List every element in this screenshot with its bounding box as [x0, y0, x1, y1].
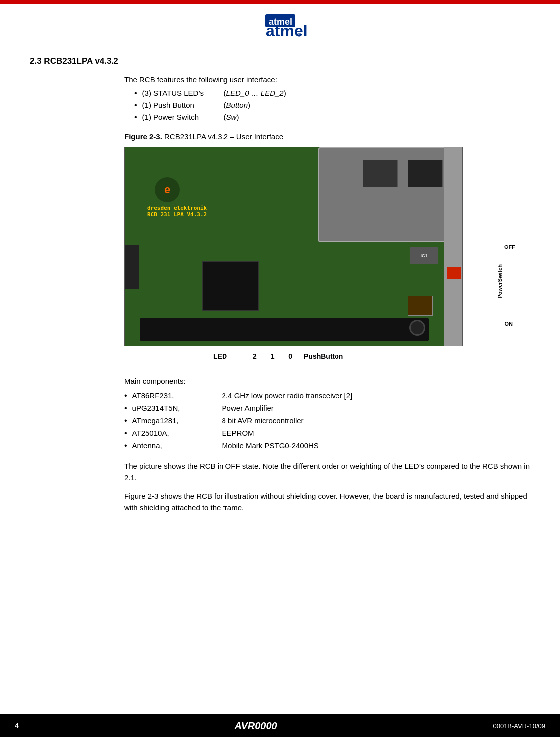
led-numbers: 2 1 0	[253, 352, 298, 360]
comp-desc-1: Power Amplifier	[222, 404, 274, 412]
components-list: AT86RF231, 2.4 GHz low power radio trans…	[124, 391, 530, 450]
pcb-switch-slider	[447, 267, 461, 279]
pcb-main-chip	[202, 261, 259, 311]
components-heading: Main components:	[124, 377, 530, 385]
power-switch-container: PowerSwitch	[495, 242, 505, 321]
on-label: ON	[505, 321, 513, 327]
footer-doc: 0001B-AVR-10/09	[493, 722, 545, 730]
footer-logo: AVR0000	[235, 720, 277, 732]
comp-desc-0: 2.4 GHz low power radio transceiver [2]	[222, 391, 353, 400]
footer: 4 AVR0000 0001B-AVR-10/09	[0, 714, 560, 737]
atmel-logo-svg: .logo-text { font-family: Arial, sans-se…	[248, 14, 313, 40]
figure-caption: Figure 2-3. RCB231LPA v4.3.2 – User Inte…	[124, 132, 530, 141]
pcb-ic1	[408, 160, 443, 187]
component-item-1: uPG2314T5N, Power Amplifier	[124, 404, 530, 413]
footer-page: 4	[15, 722, 19, 730]
component-item-0: AT86RF231, 2.4 GHz low power radio trans…	[124, 391, 530, 400]
power-switch-label: PowerSwitch	[497, 264, 503, 298]
atmel-logo: .logo-text { font-family: Arial, sans-se…	[248, 9, 313, 42]
feature-item-switch: (1) Power Switch (Sw)	[134, 113, 530, 122]
main-content: 2.3 RCB231LPA v4.3.2 The RCB features th…	[0, 47, 560, 550]
feature-item-led: (3) STATUS LED’s (LED_0 … LED_2)	[134, 89, 530, 98]
pcb-header	[140, 318, 429, 341]
comp-name-0: AT86RF231,	[132, 391, 222, 400]
intro-text: The RCB features the following user inte…	[124, 75, 530, 84]
comp-desc-2: 8 bit AVR microcontroller	[222, 416, 304, 425]
figure-caption-text: RCB231LPA v4.3.2 – User Interface	[162, 132, 283, 141]
pcb-on-label-container: ON	[505, 319, 513, 327]
pcb-text: dresden elektronikRCB 231 LPA V4.3.2	[147, 205, 207, 218]
comp-name-1: uPG2314T5N,	[132, 404, 222, 412]
figure-bottom-labels: LED 2 1 0 PushButton	[124, 349, 463, 363]
pcb-image: e dresden elektronikRCB 231 LPA V4.3.2	[124, 147, 463, 346]
pcb-right-strip	[444, 147, 462, 346]
figure-container: e dresden elektronikRCB 231 LPA V4.3.2	[124, 147, 488, 363]
header: .logo-text { font-family: Arial, sans-se…	[0, 0, 560, 47]
feature-label-button: (1) Push Button	[142, 101, 222, 109]
feature-label-led: (3) STATUS LED’s	[142, 89, 222, 97]
feature-label-switch: (1) Power Switch	[142, 113, 222, 121]
svg-text:®: ®	[297, 32, 301, 38]
pcb-ic2	[363, 160, 398, 187]
comp-desc-4: Mobile Mark PSTG0-2400HS	[222, 441, 319, 450]
component-item-3: AT25010A, EEPROM	[124, 429, 530, 438]
pushbutton-bottom-label: PushButton	[304, 352, 343, 360]
pcb-connector-right	[408, 296, 433, 316]
feature-item-button: (1) Push Button (Button)	[134, 101, 530, 110]
feature-value-switch: Sw	[226, 113, 237, 121]
comp-name-2: ATmega1281,	[132, 416, 222, 425]
pcb-ic3: IC1	[410, 247, 438, 264]
component-item-4: Antenna, Mobile Mark PSTG0-2400HS	[124, 441, 530, 450]
feature-value-button: Button	[226, 101, 248, 109]
paragraph-1: The picture shows the RCB in OFF state. …	[124, 460, 530, 484]
feature-list: (3) STATUS LED’s (LED_0 … LED_2) (1) Pus…	[134, 89, 530, 122]
section-title: 2.3 RCB231LPA v4.3.2	[30, 56, 530, 66]
feature-value-led: LED_0 … LED_2	[226, 89, 284, 97]
paragraph-2: Figure 2-3 shows the RCB for illustratio…	[124, 491, 530, 514]
pcb-logo: e	[155, 177, 180, 202]
comp-desc-3: EEPROM	[222, 429, 254, 437]
pcb-off-label-container: OFF	[504, 244, 515, 251]
top-bar	[0, 0, 560, 4]
components-section: Main components: AT86RF231, 2.4 GHz low …	[124, 377, 530, 513]
component-item-2: ATmega1281, 8 bit AVR microcontroller	[124, 416, 530, 425]
comp-name-4: Antenna,	[132, 441, 222, 450]
comp-name-3: AT25010A,	[132, 429, 222, 437]
figure-caption-bold: Figure 2-3.	[124, 132, 162, 141]
pcb-pushbutton	[409, 320, 425, 336]
pcb-left-connector	[125, 245, 139, 289]
off-label: OFF	[504, 244, 515, 250]
led-bottom-label: LED	[213, 352, 227, 360]
